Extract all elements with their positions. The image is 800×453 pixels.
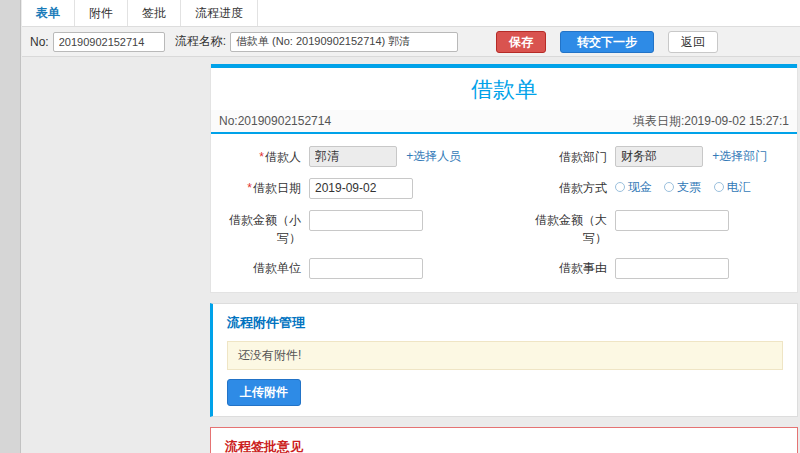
tab-attachment[interactable]: 附件 bbox=[75, 0, 128, 26]
attachment-section-title: 流程附件管理 bbox=[227, 314, 783, 332]
department-input[interactable] bbox=[615, 146, 703, 167]
loan-form-page: 表单 附件 签批 流程进度 No: 流程名称: 保存 转交下一步 返回 借款单 … bbox=[0, 0, 800, 453]
form-subheader: No:20190902152714 填表日期:2019-09-02 15:27:… bbox=[211, 110, 797, 134]
amount-uppercase-label: 借款金额（大写） bbox=[525, 208, 611, 247]
form-no-text: No:20190902152714 bbox=[219, 114, 331, 128]
amount-lowercase-label: 借款金额（小写） bbox=[221, 208, 305, 247]
tab-bar: 表单 附件 签批 流程进度 bbox=[22, 0, 800, 27]
tab-progress[interactable]: 流程进度 bbox=[181, 0, 258, 26]
radio-circle-icon bbox=[615, 182, 625, 192]
loan-reason-input[interactable] bbox=[615, 258, 729, 279]
required-mark: * bbox=[247, 181, 252, 195]
tab-form[interactable]: 表单 bbox=[22, 0, 75, 26]
collapsed-sidebar-strip bbox=[0, 0, 21, 453]
department-label: 借款部门 bbox=[525, 145, 611, 167]
no-attachment-notice: 还没有附件! bbox=[227, 341, 783, 370]
method-wire-radio[interactable]: 电汇 bbox=[714, 176, 751, 198]
method-cash-radio[interactable]: 现金 bbox=[615, 176, 652, 198]
next-step-button[interactable]: 转交下一步 bbox=[560, 31, 654, 53]
attachment-section: 流程附件管理 还没有附件! 上传附件 bbox=[210, 303, 798, 417]
select-department-link[interactable]: +选择部门 bbox=[712, 149, 767, 163]
loan-unit-label: 借款单位 bbox=[221, 256, 305, 278]
back-button[interactable]: 返回 bbox=[668, 31, 718, 53]
no-label: No: bbox=[30, 35, 49, 49]
form-date-text: 填表日期:2019-09-02 15:27:1 bbox=[633, 113, 789, 130]
page-title: 借款单 bbox=[211, 68, 797, 110]
borrower-label: *借款人 bbox=[221, 145, 305, 167]
amount-lowercase-input[interactable] bbox=[309, 210, 423, 231]
required-mark: * bbox=[259, 150, 264, 164]
approval-section: 流程签批意见 B I abc ∞ ∞ ⚑ ≣ ≡ « » bbox=[210, 427, 798, 453]
borrower-input[interactable] bbox=[309, 146, 397, 167]
form-fields: *借款人 +选择人员 借款部门 +选择部门 *借款日期 bbox=[211, 134, 797, 292]
process-name-label: 流程名称: bbox=[175, 33, 226, 50]
save-button[interactable]: 保存 bbox=[496, 31, 546, 53]
approval-section-title: 流程签批意见 bbox=[225, 438, 783, 453]
loan-reason-label: 借款事由 bbox=[525, 256, 611, 278]
process-name-input[interactable] bbox=[230, 32, 458, 52]
no-input[interactable] bbox=[53, 32, 165, 52]
tab-sign[interactable]: 签批 bbox=[128, 0, 181, 26]
loan-unit-input[interactable] bbox=[309, 258, 423, 279]
loan-date-input[interactable] bbox=[309, 178, 413, 199]
content-area: 借款单 No:20190902152714 填表日期:2019-09-02 15… bbox=[22, 57, 800, 453]
method-cheque-radio[interactable]: 支票 bbox=[664, 176, 701, 198]
loan-form-panel: 借款单 No:20190902152714 填表日期:2019-09-02 15… bbox=[210, 64, 798, 293]
form-toolbar: No: 流程名称: 保存 转交下一步 返回 bbox=[22, 27, 800, 57]
radio-circle-icon bbox=[664, 182, 674, 192]
loan-method-label: 借款方式 bbox=[525, 176, 611, 199]
select-person-link[interactable]: +选择人员 bbox=[406, 149, 461, 163]
amount-uppercase-input[interactable] bbox=[615, 210, 729, 231]
loan-date-label: *借款日期 bbox=[221, 176, 305, 199]
radio-circle-icon bbox=[714, 182, 724, 192]
upload-attachment-button[interactable]: 上传附件 bbox=[227, 379, 301, 406]
